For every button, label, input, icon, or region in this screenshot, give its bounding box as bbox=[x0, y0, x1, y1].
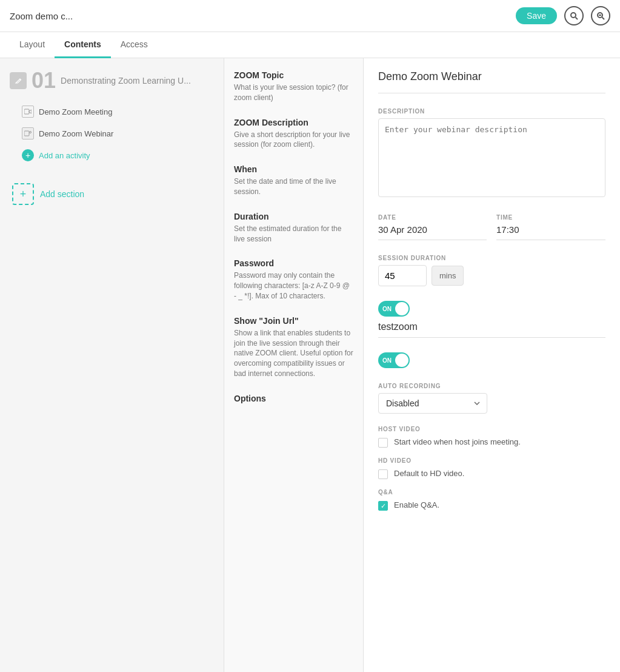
svg-rect-5 bbox=[24, 109, 29, 114]
tabs-bar: Layout Contents Access bbox=[0, 32, 620, 58]
password-toggle-row: ON bbox=[378, 301, 605, 317]
auto-recording-label: AUTO RECORDING bbox=[378, 383, 605, 389]
options-section: AUTO RECORDING Disabled Local Cloud HOST… bbox=[378, 383, 605, 511]
activity-item-meeting[interactable]: Demo Zoom Meeting bbox=[19, 101, 214, 123]
hd-video-section: HD VIDEO Default to HD video. bbox=[378, 457, 605, 479]
host-video-cb-label: Start video when host joins meeting. bbox=[394, 437, 521, 446]
field-duration: Duration Set the estimated duration for … bbox=[234, 212, 353, 244]
svg-line-1 bbox=[576, 18, 578, 20]
webinar-icon bbox=[22, 127, 34, 139]
host-video-section: HOST VIDEO Start video when host joins m… bbox=[378, 426, 605, 448]
toggle-knob bbox=[395, 354, 408, 367]
qa-label: Q&A bbox=[378, 489, 605, 496]
qa-checkbox[interactable]: ✓ bbox=[378, 501, 388, 511]
section-header: 01 Demonstrating Zoom Learning U... bbox=[10, 68, 214, 93]
content-panel: ZOOM Topic What is your live session top… bbox=[224, 58, 364, 672]
svg-line-3 bbox=[602, 18, 605, 20]
field-join-url-label: Show "Join Url" bbox=[234, 316, 353, 326]
qa-section: Q&A ✓ Enable Q&A. bbox=[378, 489, 605, 511]
main-area: 01 Demonstrating Zoom Learning U... Demo… bbox=[0, 58, 620, 672]
host-video-checkbox[interactable] bbox=[378, 438, 388, 448]
section-number: 01 bbox=[32, 68, 56, 93]
right-panel: Demo Zoom Webinar DESCRIPTION DATE 30 Ap… bbox=[364, 58, 620, 672]
hd-video-cb-label: Default to HD video. bbox=[394, 469, 464, 478]
hd-video-row: Default to HD video. bbox=[378, 469, 605, 479]
field-show-join-url: Show "Join Url" Show a link that enables… bbox=[234, 316, 353, 379]
field-zoom-description-desc: Give a short description for your live s… bbox=[234, 130, 353, 150]
password-section: ON testzoom bbox=[378, 301, 605, 338]
time-value[interactable]: 17:30 bbox=[496, 224, 605, 240]
date-time-row: DATE 30 Apr 2020 TIME 17:30 bbox=[378, 214, 605, 240]
field-password: Password Password may only contain the f… bbox=[234, 258, 353, 301]
tab-layout[interactable]: Layout bbox=[10, 32, 55, 58]
description-label: DESCRIPTION bbox=[378, 108, 605, 115]
hd-video-label: HD VIDEO bbox=[378, 457, 605, 464]
field-password-desc: Password may only contain the following … bbox=[234, 270, 353, 301]
field-options-label: Options bbox=[234, 394, 353, 403]
field-when-label: When bbox=[234, 164, 353, 174]
join-url-toggle-label: ON bbox=[382, 357, 392, 364]
svg-point-7 bbox=[30, 132, 32, 133]
host-video-label: HOST VIDEO bbox=[378, 426, 605, 432]
duration-label: SESSION DURATION bbox=[378, 255, 605, 261]
activity-item-webinar[interactable]: Demo Zoom Webinar bbox=[19, 123, 214, 144]
field-when: When Set the date and time of the live s… bbox=[234, 164, 353, 197]
field-duration-desc: Set the estimated duration for the live … bbox=[234, 224, 353, 244]
add-section-label: Add section bbox=[40, 189, 84, 199]
hd-video-checkbox[interactable] bbox=[378, 469, 388, 479]
search-button[interactable] bbox=[564, 6, 584, 25]
auto-recording-select[interactable]: Disabled Local Cloud bbox=[378, 393, 487, 414]
date-label: DATE bbox=[378, 214, 487, 221]
description-textarea[interactable] bbox=[378, 118, 605, 197]
join-url-toggle-row: ON bbox=[378, 352, 605, 368]
join-url-toggle[interactable]: ON bbox=[378, 352, 410, 368]
qa-cb-label: Enable Q&A. bbox=[394, 500, 439, 509]
svg-point-0 bbox=[571, 13, 576, 18]
activity-label: Demo Zoom Meeting bbox=[39, 107, 112, 116]
join-url-section: ON bbox=[378, 352, 605, 368]
time-field: TIME 17:30 bbox=[496, 214, 605, 240]
password-value[interactable]: testzoom bbox=[378, 321, 605, 338]
password-toggle-label: ON bbox=[382, 306, 392, 312]
edit-icon[interactable] bbox=[10, 72, 27, 89]
duration-input[interactable]: 45 bbox=[378, 265, 427, 286]
duration-row: 45 mins bbox=[378, 265, 605, 286]
add-section-button[interactable]: + Add section bbox=[10, 176, 214, 212]
zoom-button[interactable] bbox=[591, 6, 610, 25]
tab-access[interactable]: Access bbox=[111, 32, 158, 58]
sidebar: 01 Demonstrating Zoom Learning U... Demo… bbox=[0, 58, 224, 672]
field-duration-label: Duration bbox=[234, 212, 353, 221]
add-section-icon: + bbox=[12, 183, 34, 205]
duration-section: SESSION DURATION 45 mins bbox=[378, 255, 605, 286]
date-field: DATE 30 Apr 2020 bbox=[378, 214, 487, 240]
date-value[interactable]: 30 Apr 2020 bbox=[378, 224, 487, 240]
add-activity-button[interactable]: + Add an activity bbox=[19, 144, 214, 166]
field-zoom-topic: ZOOM Topic What is your live session top… bbox=[234, 70, 353, 103]
host-video-row: Start video when host joins meeting. bbox=[378, 437, 605, 448]
field-zoom-description-label: ZOOM Description bbox=[234, 118, 353, 127]
field-zoom-description: ZOOM Description Give a short descriptio… bbox=[234, 118, 353, 150]
description-field: DESCRIPTION bbox=[378, 108, 605, 200]
qa-row: ✓ Enable Q&A. bbox=[378, 500, 605, 511]
field-password-label: Password bbox=[234, 258, 353, 268]
password-toggle[interactable]: ON bbox=[378, 301, 410, 317]
save-button[interactable]: Save bbox=[516, 7, 557, 24]
time-label: TIME bbox=[496, 214, 605, 221]
tab-contents[interactable]: Contents bbox=[55, 32, 111, 58]
activity-label: Demo Zoom Webinar bbox=[39, 129, 113, 138]
field-join-url-desc: Show a link that enables students to joi… bbox=[234, 328, 353, 379]
field-zoom-topic-desc: What is your live session topic? (for zo… bbox=[234, 82, 353, 103]
activity-list: Demo Zoom Meeting Demo Zoom Webinar bbox=[19, 101, 214, 144]
field-when-desc: Set the date and time of the live sessio… bbox=[234, 176, 353, 197]
webinar-title: Demo Zoom Webinar bbox=[378, 70, 605, 93]
duration-unit: mins bbox=[432, 266, 464, 286]
add-activity-icon: + bbox=[22, 149, 34, 161]
field-options: Options bbox=[234, 394, 353, 403]
toggle-knob bbox=[395, 302, 408, 315]
app-title: Zoom demo c... bbox=[10, 11, 508, 21]
meeting-icon bbox=[22, 106, 34, 118]
add-activity-label: Add an activity bbox=[39, 151, 90, 160]
field-zoom-topic-label: ZOOM Topic bbox=[234, 70, 353, 80]
section-title: Demonstrating Zoom Learning U... bbox=[61, 76, 191, 86]
topbar: Zoom demo c... Save bbox=[0, 0, 620, 32]
